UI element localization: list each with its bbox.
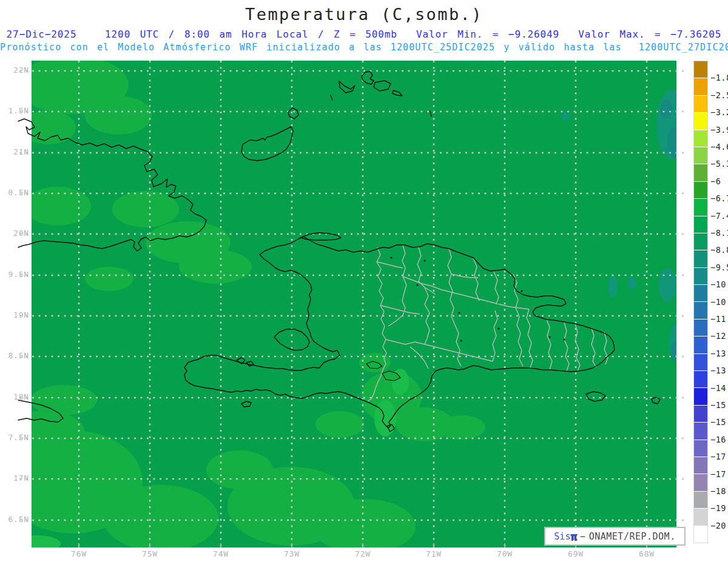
colorbar-tick-label: −6 <box>710 176 721 186</box>
colorbar-segment <box>694 440 707 457</box>
colorbar-tick-label: −13.7 <box>710 366 728 375</box>
lat-axis-label: 17N <box>13 473 29 483</box>
colorbar-tick-label: −11.6 <box>710 314 728 324</box>
colorbar-segment <box>694 336 707 353</box>
colorbar-tick-label: −15.1 <box>710 400 728 410</box>
colorbar-tick-label: −14.4 <box>710 383 728 393</box>
colorbar-tick-label: −16.5 <box>710 435 728 444</box>
lon-axis-label: 70W <box>487 549 523 558</box>
colorbar-tick-label: −4.6 <box>710 142 728 152</box>
model-info-line: Pronóstico con el Modelo Atmósferico WRF… <box>0 42 728 53</box>
colorbar-tick-label: −7.4 <box>710 211 728 221</box>
branding-box: Sisπ−ONAMET/REP.DOM. <box>544 527 686 546</box>
colorbar-segment <box>694 457 707 473</box>
colorbar-segment <box>694 268 707 284</box>
colorbar-tick-label: −3.2 <box>710 107 728 117</box>
colorbar-segment <box>694 388 707 404</box>
lon-axis-label: 75W <box>132 549 168 558</box>
pi-icon: π <box>570 530 576 543</box>
plot-title: Temperatura (C,somb.) <box>0 5 728 24</box>
colorbar-tick-label: −10.2 <box>710 279 728 289</box>
colorbar-tick-label: −5.3 <box>710 159 728 169</box>
colorbar-tick-label: −8.8 <box>710 245 728 255</box>
colorbar <box>693 61 708 543</box>
lat-axis-label: 7.5N <box>8 433 29 443</box>
lat-axis-label: 1.5N <box>8 106 29 116</box>
branding-org: ONAMET/REP.DOM. <box>589 531 676 542</box>
colorbar-segment <box>694 199 707 215</box>
lon-axis-label: 76W <box>61 549 97 558</box>
colorbar-segment <box>694 216 707 233</box>
colorbar-tick-label: −20 <box>710 521 726 530</box>
lat-axis-label: 8.5N <box>8 351 29 361</box>
lat-axis-label: 18N <box>13 392 29 402</box>
colorbar-segment <box>694 354 707 370</box>
colorbar-tick-label: −2.5 <box>710 90 728 100</box>
weather-map-page: Temperatura (C,somb.) 27−Dic−2025 1200 U… <box>0 0 728 562</box>
lon-axis-label: 74W <box>203 549 239 558</box>
colorbar-segment <box>694 406 707 422</box>
sispi-logo-sis: Sis <box>554 531 570 542</box>
colorbar-segment <box>694 164 707 181</box>
colorbar-segment <box>694 250 707 267</box>
colorbar-tick-label: −12.3 <box>710 331 728 341</box>
colorbar-segment <box>694 147 707 164</box>
colorbar-tick-label: −13 <box>710 349 726 358</box>
colorbar-segment <box>694 113 707 129</box>
colorbar-segment <box>694 130 707 147</box>
colorbar-tick-label: −8.1 <box>710 228 728 238</box>
validity-line: 27−Dic−2025 1200 UTC / 8:00 am Hora Loca… <box>0 28 728 40</box>
colorbar-segment <box>694 371 707 387</box>
lat-axis-label: 20N <box>13 229 29 238</box>
lat-axis-label: 22N <box>13 65 29 75</box>
colorbar-segment <box>694 182 707 198</box>
colorbar-segment <box>694 78 707 95</box>
lat-axis-label: 21N <box>13 147 29 157</box>
colorbar-segment <box>694 509 707 525</box>
colorbar-segment <box>694 423 707 439</box>
lon-axis-label: 73W <box>274 549 310 558</box>
colorbar-segment <box>694 61 707 78</box>
colorbar-tick-label: −1.8 <box>710 73 728 82</box>
colorbar-tick-label: −19.3 <box>710 503 728 513</box>
lon-axis-label: 69W <box>558 549 594 558</box>
colorbar-segment <box>694 302 707 318</box>
colorbar-segment <box>694 233 707 250</box>
colorbar-tick-label: −17.2 <box>710 452 728 461</box>
colorbar-segment <box>694 319 707 336</box>
colorbar-tick-label: −6.7 <box>710 193 728 203</box>
colorbar-tick-label: −18.6 <box>710 486 728 496</box>
lat-axis-label: 6.5N <box>8 515 29 524</box>
colorbar-segment <box>694 474 707 490</box>
colorbar-tick-label: −15.8 <box>710 417 728 427</box>
colorbar-segment <box>694 285 707 301</box>
lon-axis-label: 72W <box>345 549 381 558</box>
lat-axis-label: 0.5N <box>8 188 29 198</box>
branding-dash: − <box>580 531 585 542</box>
colorbar-tick-label: −3.9 <box>710 125 728 135</box>
map-svg <box>0 0 728 562</box>
lat-axis-label: 9.5N <box>8 270 29 279</box>
colorbar-segment <box>694 526 707 543</box>
colorbar-tick-label: −10.9 <box>710 297 728 307</box>
lat-axis-label: 19N <box>13 310 29 320</box>
colorbar-segment <box>694 96 707 112</box>
colorbar-segment <box>694 492 707 508</box>
colorbar-tick-label: −17.9 <box>710 469 728 479</box>
lon-axis-label: 68W <box>629 549 665 558</box>
lon-axis-label: 71W <box>416 549 452 558</box>
colorbar-tick-label: −9.5 <box>710 263 728 272</box>
